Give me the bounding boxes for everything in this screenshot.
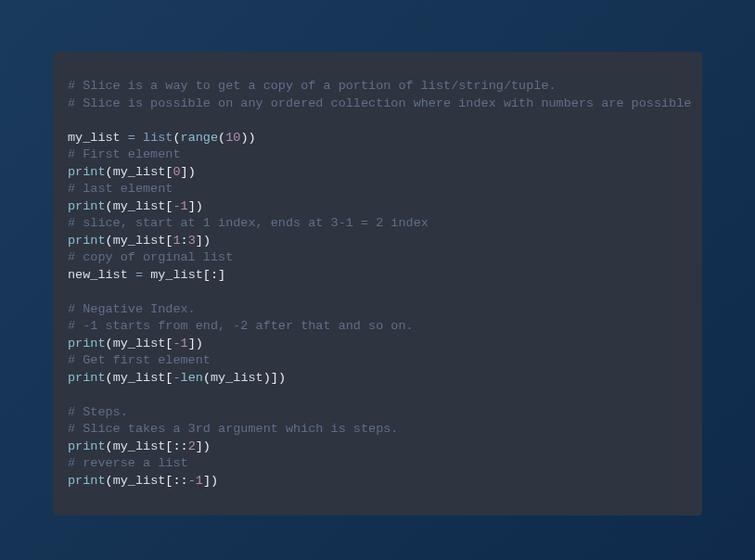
code-block: # Slice is a way to get a copy of a port… [53, 52, 702, 515]
code-content: # Slice is a way to get a copy of a port… [68, 78, 687, 490]
